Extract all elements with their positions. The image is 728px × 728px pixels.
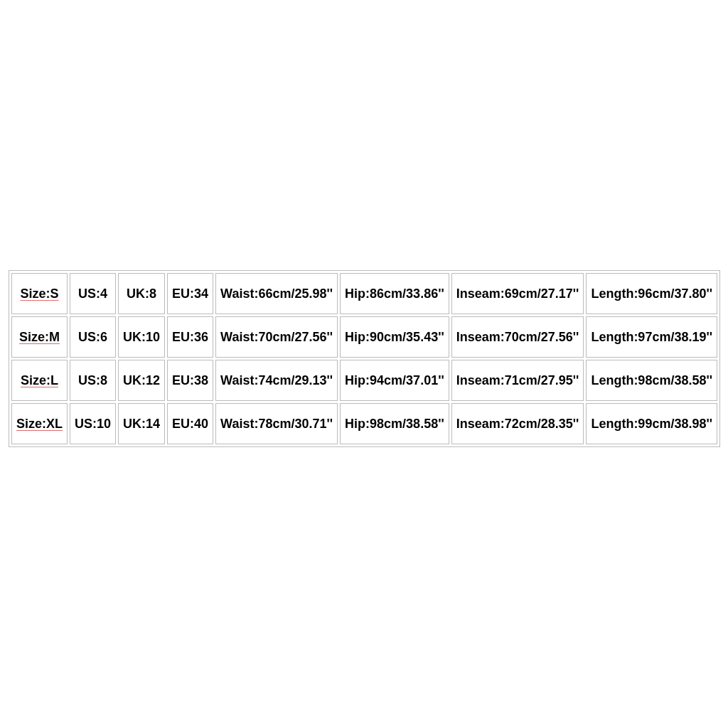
waist-cell: Waist:74cm/29.13''	[215, 360, 338, 401]
uk-cell: UK:14	[118, 403, 165, 444]
eu-cell: EU:40	[167, 403, 213, 444]
us-cell: US:6	[70, 316, 116, 358]
inseam-cell: Inseam:71cm/27.95''	[451, 360, 584, 401]
table-row: Size:L US:8 UK:12 EU:38 Waist:74cm/29.13…	[11, 360, 717, 401]
hip-cell: Hip:86cm/33.86''	[340, 273, 449, 314]
uk-cell: UK:8	[118, 273, 165, 314]
waist-cell: Waist:66cm/25.98''	[215, 273, 338, 314]
size-cell: Size:L	[11, 360, 68, 401]
inseam-cell: Inseam:69cm/27.17''	[451, 273, 584, 314]
eu-cell: EU:34	[167, 273, 213, 314]
table-row: Size:XL US:10 UK:14 EU:40 Waist:78cm/30.…	[11, 403, 717, 444]
hip-cell: Hip:90cm/35.43''	[340, 316, 449, 358]
us-cell: US:8	[70, 360, 116, 401]
waist-cell: Waist:70cm/27.56''	[215, 316, 338, 358]
inseam-cell: Inseam:70cm/27.56''	[451, 316, 584, 358]
eu-cell: EU:38	[167, 360, 213, 401]
table-row: Size:M US:6 UK:10 EU:36 Waist:70cm/27.56…	[11, 316, 717, 358]
inseam-cell: Inseam:72cm/28.35''	[451, 403, 584, 444]
hip-cell: Hip:94cm/37.01''	[340, 360, 449, 401]
length-cell: Length:97cm/38.19''	[586, 316, 717, 358]
uk-cell: UK:12	[118, 360, 165, 401]
hip-cell: Hip:98cm/38.58''	[340, 403, 449, 444]
uk-cell: UK:10	[118, 316, 165, 358]
eu-cell: EU:36	[167, 316, 213, 358]
waist-cell: Waist:78cm/30.71''	[215, 403, 338, 444]
us-cell: US:10	[70, 403, 116, 444]
size-cell: Size:M	[11, 316, 68, 358]
table-row: Size:S US:4 UK:8 EU:34 Waist:66cm/25.98'…	[11, 273, 717, 314]
size-chart-table: Size:S US:4 UK:8 EU:34 Waist:66cm/25.98'…	[9, 270, 720, 447]
size-chart-wrapper: Size:S US:4 UK:8 EU:34 Waist:66cm/25.98'…	[9, 270, 719, 447]
length-cell: Length:99cm/38.98''	[586, 403, 717, 444]
length-cell: Length:96cm/37.80''	[586, 273, 717, 314]
length-cell: Length:98cm/38.58''	[586, 360, 717, 401]
size-cell: Size:S	[11, 273, 68, 314]
size-cell: Size:XL	[11, 403, 68, 444]
us-cell: US:4	[70, 273, 116, 314]
